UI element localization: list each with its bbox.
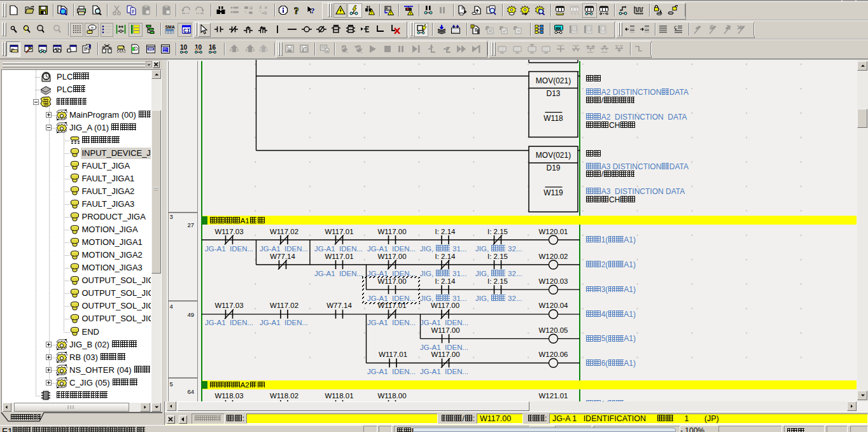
svg-text:16: 16 bbox=[209, 44, 216, 51]
svg-text:X: X bbox=[588, 27, 591, 31]
svg-text:?: ? bbox=[294, 6, 299, 15]
svg-text:w: w bbox=[91, 25, 94, 29]
svg-text:002: 002 bbox=[163, 50, 167, 53]
svg-text:B: B bbox=[264, 11, 267, 15]
svg-text:Z: Z bbox=[573, 27, 576, 31]
svg-text:A: A bbox=[259, 5, 262, 10]
svg-text:HH: HH bbox=[556, 26, 561, 31]
svg-text:✓: ✓ bbox=[602, 27, 605, 31]
svg-text:10: 10 bbox=[180, 44, 188, 51]
svg-text:SMA: SMA bbox=[165, 25, 175, 29]
